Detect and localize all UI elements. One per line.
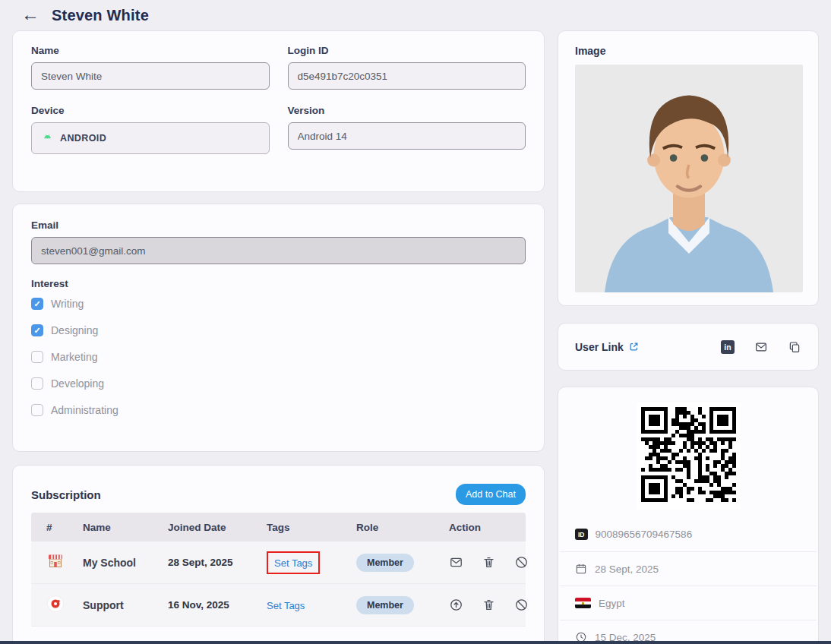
user-info-card: ID 90089656709467586 28 Sept, 2025 Egypt… (558, 387, 819, 644)
upload-action-button[interactable] (449, 598, 463, 612)
linkedin-icon: in (721, 340, 735, 354)
contact-card: Email Interest Writing Designing Marketi… (12, 204, 545, 452)
interest-option-writing[interactable]: Writing (31, 295, 526, 312)
login-id-input[interactable] (288, 62, 526, 90)
user-detail-page: ← Steven White Name Login ID Device ANDR… (0, 0, 831, 644)
trash-icon (482, 598, 496, 612)
user-id-row: ID 90089656709467586 (560, 517, 817, 551)
user-link-card: User Link in (558, 323, 819, 371)
login-id-label: Login ID (288, 45, 526, 56)
device-field-group: Device ANDROID (31, 105, 270, 154)
mail-icon (449, 555, 463, 570)
school-icon (46, 552, 83, 573)
name-field-group: Name (31, 45, 270, 90)
interest-option-designing[interactable]: Designing (31, 322, 526, 339)
block-action-button[interactable] (514, 555, 529, 570)
email-label: Email (31, 219, 526, 231)
trash-icon (482, 555, 496, 570)
set-tags-link[interactable]: Set Tags (267, 600, 305, 611)
block-icon (514, 598, 529, 612)
joined-date-row: 28 Sept, 2025 (560, 551, 817, 586)
support-icon (46, 595, 83, 616)
copy-button[interactable] (788, 340, 801, 354)
interest-option-label: Designing (51, 324, 98, 336)
device-value: ANDROID (60, 133, 106, 144)
block-action-button[interactable] (514, 598, 529, 612)
mail-icon (754, 340, 768, 354)
delete-action-button[interactable] (482, 598, 496, 612)
interest-option-label: Marketing (51, 351, 97, 363)
user-id-value: 90089656709467586 (596, 529, 693, 540)
external-link-icon[interactable] (629, 342, 639, 352)
page-title: Steven White (52, 7, 149, 24)
country-row: Egypt (560, 586, 817, 620)
email-input[interactable] (31, 237, 526, 264)
col-action: Action (449, 522, 526, 533)
row-joined-date: 28 Sept, 2025 (168, 557, 267, 568)
col-name: Name (83, 522, 168, 533)
device-label: Device (31, 105, 270, 116)
interest-label: Interest (31, 278, 526, 289)
email-button[interactable] (754, 340, 768, 354)
table-row-support: Support 16 Nov, 2025 Set Tags Member (31, 584, 526, 627)
profile-card: Name Login ID Device ANDROID Version (12, 30, 545, 192)
egypt-flag-icon (575, 598, 591, 608)
add-to-chat-button[interactable]: Add to Chat (456, 484, 526, 505)
subscription-title: Subscription (31, 488, 101, 501)
set-tags-highlight: Set Tags (267, 551, 320, 574)
interest-option-label: Writing (51, 298, 84, 310)
qr-code (637, 402, 741, 510)
interest-option-administrating[interactable]: Administrating (31, 402, 526, 418)
row-name: Support (83, 599, 168, 611)
copy-icon (788, 340, 801, 354)
role-badge: Member (356, 554, 414, 572)
row-name: My School (83, 557, 168, 569)
header: ← Steven White (12, 0, 149, 30)
checkbox-icon (31, 351, 43, 363)
subscription-card: Subscription Add to Chat # Name Joined D… (12, 465, 545, 644)
checkbox-icon (31, 298, 43, 310)
interest-option-label: Developing (51, 377, 104, 390)
col-joined: Joined Date (168, 522, 267, 533)
profile-photo (575, 65, 803, 292)
id-icon: ID (575, 529, 588, 540)
name-label: Name (31, 45, 270, 56)
checkbox-icon (31, 377, 43, 390)
upload-icon (449, 598, 463, 612)
checkbox-icon (31, 404, 43, 416)
subscription-table-header: # Name Joined Date Tags Role Action (31, 513, 526, 541)
linkedin-button[interactable]: in (721, 340, 735, 354)
window-bottom-edge (0, 641, 831, 644)
interest-option-developing[interactable]: Developing (31, 375, 526, 392)
version-label: Version (288, 105, 526, 116)
set-tags-link[interactable]: Set Tags (274, 557, 312, 569)
role-badge: Member (356, 596, 414, 614)
device-select[interactable]: ANDROID (31, 122, 270, 154)
delete-action-button[interactable] (482, 555, 496, 570)
back-button[interactable]: ← (12, 5, 39, 25)
row-joined-date: 16 Nov, 2025 (168, 599, 267, 611)
interest-option-label: Administrating (51, 404, 118, 416)
interest-option-marketing[interactable]: Marketing (31, 349, 526, 365)
col-tags: Tags (267, 522, 356, 533)
checkbox-icon (31, 324, 43, 336)
version-field-group: Version (288, 105, 526, 154)
image-card: Image (558, 30, 819, 306)
joined-date-value: 28 Sept, 2025 (595, 564, 659, 575)
user-link-label: User Link (575, 341, 624, 353)
name-input[interactable] (31, 62, 270, 90)
col-number: # (46, 522, 83, 533)
mail-action-button[interactable] (449, 555, 463, 570)
col-role: Role (356, 522, 449, 533)
login-id-field-group: Login ID (288, 45, 526, 90)
block-icon (514, 555, 529, 570)
version-input[interactable] (288, 122, 526, 150)
calendar-icon (575, 563, 587, 575)
image-label: Image (575, 45, 801, 57)
country-value: Egypt (599, 598, 625, 609)
android-icon (41, 132, 54, 145)
table-row-my-school: My School 28 Sept, 2025 Set Tags Member (31, 541, 526, 584)
